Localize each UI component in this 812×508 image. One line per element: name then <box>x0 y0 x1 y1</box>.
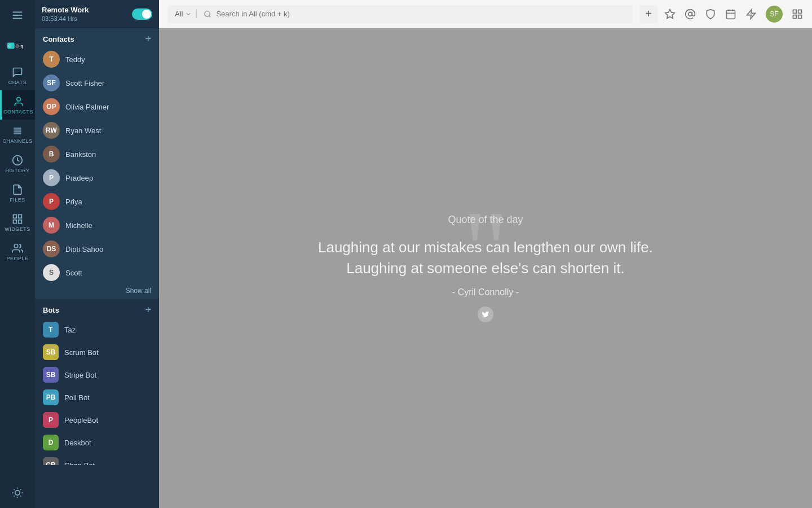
bots-title: Bots <box>43 306 59 314</box>
hamburger-menu[interactable] <box>0 0 35 30</box>
contact-item[interactable]: RW Ryan West <box>35 119 159 142</box>
search-input[interactable] <box>216 10 626 18</box>
contact-avatar: RW <box>43 122 60 139</box>
svg-rect-11 <box>14 220 17 223</box>
bot-item[interactable]: CB Chan Bot <box>35 454 159 465</box>
contacts-section: Contacts + T Teddy SF Scott Fisher OP Ol… <box>35 28 159 299</box>
shield-icon[interactable] <box>705 8 716 20</box>
contact-avatar: SF <box>43 75 60 91</box>
svg-rect-31 <box>793 10 797 13</box>
sidebar-item-files[interactable]: FILES <box>0 178 35 208</box>
contact-name: Teddy <box>65 55 85 64</box>
svg-point-12 <box>14 244 18 248</box>
quote-box: Quote of the day Laughing at our mistake… <box>307 203 664 334</box>
svg-rect-32 <box>798 10 802 13</box>
contacts-add-button[interactable]: + <box>145 34 151 44</box>
main-area: All + <box>159 0 812 508</box>
main-content: " Quote of the day Laughing at our mista… <box>159 28 812 508</box>
bot-avatar: CB <box>43 457 59 465</box>
sidebar-item-channels[interactable]: CHANNELS <box>0 120 35 149</box>
contact-avatar: M <box>43 217 60 234</box>
sidebar-item-widgets[interactable]: WIDGETS <box>0 208 35 237</box>
sidebar-item-contacts[interactable]: CONTACTS <box>0 90 35 120</box>
contact-item[interactable]: OP Olivia Palmer <box>35 95 159 119</box>
bot-item[interactable]: PB Poll Bot <box>35 386 159 409</box>
svg-line-16 <box>14 489 15 490</box>
contact-name: Pradeep <box>65 174 93 182</box>
sidebar-item-history[interactable]: HISTORY <box>0 149 35 178</box>
quote-text: Laughing at our mistakes can lengthen ou… <box>318 237 653 278</box>
bot-name: Deskbot <box>64 439 91 447</box>
bot-item[interactable]: T Taz <box>35 318 159 341</box>
sidebar-label-chats: CHATS <box>8 80 27 85</box>
svg-point-13 <box>15 491 20 495</box>
calendar-icon[interactable] <box>725 8 736 20</box>
bot-name: PeopleBot <box>64 416 98 424</box>
contacts-header: Contacts + <box>35 28 159 47</box>
svg-rect-26 <box>727 10 735 19</box>
bot-name: Chan Bot <box>64 461 95 466</box>
contact-item[interactable]: DS Dipti Sahoo <box>35 237 159 261</box>
bots-section: Bots + T Taz SB Scrum Bot SB Stripe Bot … <box>35 299 159 465</box>
user-avatar[interactable]: SF <box>766 6 783 23</box>
star-icon[interactable] <box>664 8 676 20</box>
contact-item[interactable]: P Pradeep <box>35 166 159 190</box>
contact-item[interactable]: T Teddy <box>35 47 159 71</box>
contacts-panel: Remote Work 03:53:44 Hrs Contacts + T Te… <box>35 0 159 508</box>
theme-toggle[interactable] <box>0 478 35 508</box>
svg-point-6 <box>16 97 20 101</box>
contacts-show-all[interactable]: Show all <box>35 284 159 299</box>
contacts-title: Contacts <box>43 35 74 43</box>
contacts-list: T Teddy SF Scott Fisher OP Olivia Palmer… <box>35 47 159 284</box>
lightning-icon[interactable] <box>745 8 757 20</box>
svg-marker-30 <box>747 9 756 19</box>
contact-item[interactable]: P Priya <box>35 190 159 213</box>
contact-item[interactable]: M Michelle <box>35 213 159 237</box>
search-filter[interactable]: All <box>175 10 197 18</box>
bot-item[interactable]: SB Scrum Bot <box>35 341 159 364</box>
bot-avatar: SB <box>43 344 59 360</box>
at-icon[interactable] <box>685 8 696 20</box>
bot-item[interactable]: P PeopleBot <box>35 409 159 431</box>
contact-item[interactable]: S Scott <box>35 261 159 284</box>
search-add-button[interactable]: + <box>639 5 657 23</box>
bots-add-button[interactable]: + <box>145 305 151 315</box>
sidebar-item-people[interactable]: PEOPLE <box>0 237 35 266</box>
quote-line1: Laughing at our mistakes can lengthen ou… <box>318 239 653 256</box>
remote-work-toggle[interactable] <box>132 8 152 20</box>
bot-avatar: P <box>43 412 59 428</box>
contact-avatar: OP <box>43 98 60 115</box>
contact-name: Scott <box>65 269 82 277</box>
twitter-share-button[interactable] <box>478 306 493 322</box>
contact-avatar: P <box>43 193 60 210</box>
contact-item[interactable]: B Bankston <box>35 142 159 166</box>
contact-name: Scott Fisher <box>65 79 104 87</box>
app-logo: C Cliq <box>0 30 35 61</box>
svg-rect-8 <box>14 214 17 218</box>
contact-avatar: DS <box>43 240 60 257</box>
bot-name: Scrum Bot <box>64 348 99 357</box>
search-filter-label: All <box>175 10 183 18</box>
contact-avatar: B <box>43 146 60 163</box>
search-bar[interactable]: All <box>168 5 633 23</box>
svg-marker-24 <box>665 9 675 18</box>
sidebar-label-files: FILES <box>10 197 25 203</box>
grid-icon[interactable] <box>792 8 803 20</box>
sidebar-item-chats[interactable]: CHATS <box>0 61 35 90</box>
sidebar-label-widgets: WIDGETS <box>5 226 30 232</box>
contact-item[interactable]: SF Scott Fisher <box>35 71 159 95</box>
sidebar-label-history: HISTORY <box>5 168 29 173</box>
contact-avatar: T <box>43 51 60 68</box>
svg-line-17 <box>20 496 21 496</box>
topbar-icons: SF <box>664 6 803 23</box>
bot-item[interactable]: D Deskbot <box>35 431 159 454</box>
bot-item[interactable]: SB Stripe Bot <box>35 364 159 386</box>
remote-work-bar: Remote Work 03:53:44 Hrs <box>35 0 159 28</box>
svg-point-22 <box>205 11 210 16</box>
bots-list: T Taz SB Scrum Bot SB Stripe Bot PB Poll… <box>35 318 159 465</box>
sidebar-label-channels: CHANNELS <box>2 138 32 144</box>
chevron-down-icon <box>185 11 192 17</box>
svg-rect-10 <box>19 220 22 223</box>
svg-rect-9 <box>19 214 22 218</box>
bot-avatar: SB <box>43 367 59 383</box>
